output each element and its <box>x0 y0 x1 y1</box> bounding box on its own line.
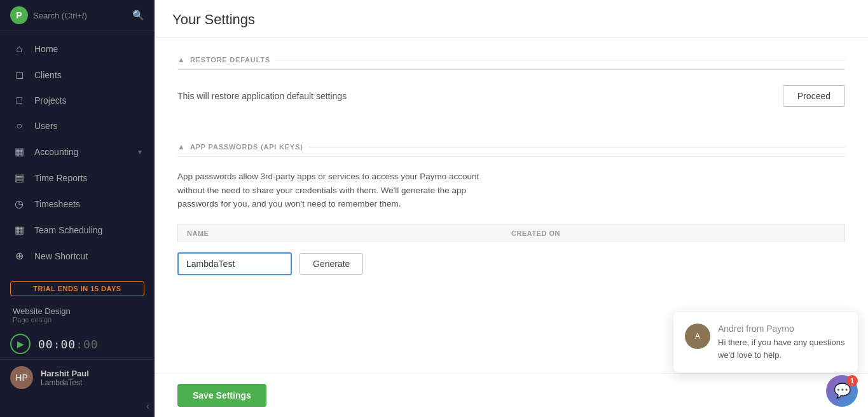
time-reports-icon: ▤ <box>13 172 25 184</box>
chevron-down-icon: ▾ <box>138 147 142 156</box>
chat-agent-avatar: A <box>685 324 710 349</box>
sidebar-item-label: Home <box>34 44 142 54</box>
timer-time: 00:00 <box>38 338 76 351</box>
api-keys-section: ▲ APP PASSWORDS (API KEYS) App passwords… <box>177 142 845 275</box>
col-header-name: NAME <box>187 229 511 237</box>
sidebar-nav: ⌂ Home ◻ Clients □ Projects ○ Users ▦ Ac… <box>0 31 155 276</box>
proceed-button[interactable]: Proceed <box>783 85 845 107</box>
chat-content: Andrei from Paymo Hi there, if you have … <box>718 324 846 361</box>
save-settings-button[interactable]: Save Settings <box>177 384 266 407</box>
collapse-api-icon[interactable]: ▲ <box>177 142 185 151</box>
page-title: Your Settings <box>172 11 850 28</box>
search-placeholder-text: Search (Ctrl+/) <box>33 11 127 20</box>
generate-button[interactable]: Generate <box>300 253 363 275</box>
user-profile[interactable]: HP Harshit Paul LambdaTest <box>0 359 155 395</box>
api-table-header: NAME CREATED ON <box>177 224 845 242</box>
sidebar-item-label: Time Reports <box>34 173 142 183</box>
app-logo: P <box>10 6 28 24</box>
timesheets-icon: ◷ <box>13 198 25 210</box>
sidebar-item-users[interactable]: ○ Users <box>0 113 155 139</box>
timer-play-button[interactable]: ▶ <box>10 334 31 354</box>
clients-icon: ◻ <box>13 69 25 81</box>
add-icon: ⊕ <box>13 250 25 262</box>
chat-message: Hi there, if you have any questions we'd… <box>718 336 846 361</box>
api-description: App passwords allow 3rd-party apps or se… <box>177 170 495 211</box>
sidebar-item-label: Clients <box>34 70 142 80</box>
section-title-api: APP PASSWORDS (API KEYS) <box>190 143 303 151</box>
sidebar-item-new-shortcut[interactable]: ⊕ New Shortcut <box>0 243 155 269</box>
project-name: Website Design <box>13 306 142 316</box>
sidebar-item-time-reports[interactable]: ▤ Time Reports <box>0 165 155 191</box>
accounting-icon: ▦ <box>13 146 25 158</box>
active-project: Website Design Page design <box>0 301 155 329</box>
section-divider <box>275 60 845 60</box>
restore-description: This will restore application default se… <box>177 91 347 101</box>
timer-display: 00:00:00 <box>38 338 99 351</box>
restore-row: This will restore application default se… <box>177 83 845 120</box>
section-header-api: ▲ APP PASSWORDS (API KEYS) <box>177 142 845 157</box>
chat-popup: A Andrei from Paymo Hi there, if you hav… <box>673 312 858 373</box>
timer-bar: ▶ 00:00:00 <box>0 329 155 359</box>
save-bar: Save Settings <box>155 373 868 417</box>
home-icon: ⌂ <box>13 43 25 55</box>
users-icon: ○ <box>13 120 25 132</box>
team-scheduling-icon: ▦ <box>13 224 25 236</box>
project-sub: Page design <box>13 316 142 324</box>
sidebar-item-projects[interactable]: □ Projects <box>0 88 155 113</box>
sidebar-item-label: Team Scheduling <box>34 225 142 235</box>
search-icon[interactable]: 🔍 <box>132 10 144 21</box>
sidebar-item-label: Projects <box>34 95 142 106</box>
chat-badge: 1 <box>846 375 858 386</box>
sidebar-item-team-scheduling[interactable]: ▦ Team Scheduling <box>0 217 155 243</box>
section-divider-api <box>308 147 845 147</box>
collapse-icon: ‹ <box>146 400 149 411</box>
sidebar-item-timesheets[interactable]: ◷ Timesheets <box>0 191 155 217</box>
section-title-restore: RESTORE DEFAULTS <box>190 56 270 64</box>
chat-agent-name: Andrei from Paymo <box>718 324 846 334</box>
sidebar-item-label: Users <box>34 121 142 131</box>
restore-defaults-section: ▲ RESTORE DEFAULTS This will restore app… <box>177 55 845 120</box>
sidebar-item-clients[interactable]: ◻ Clients <box>0 62 155 88</box>
api-input-row: Generate <box>177 252 845 275</box>
collapse-section-icon[interactable]: ▲ <box>177 55 185 64</box>
sidebar-item-home[interactable]: ⌂ Home <box>0 36 155 62</box>
sidebar-collapse-button[interactable]: ‹ <box>0 395 155 417</box>
sidebar-item-label: New Shortcut <box>34 251 142 261</box>
api-name-input[interactable] <box>177 252 292 275</box>
trial-banner[interactable]: TRIAL ENDS IN 15 DAYS <box>10 281 144 296</box>
user-org: LambdaTest <box>41 378 89 387</box>
col-header-created: CREATED ON <box>511 229 836 237</box>
projects-icon: □ <box>13 95 25 106</box>
search-bar[interactable]: P Search (Ctrl+/) 🔍 <box>0 0 155 31</box>
avatar: HP <box>10 366 33 389</box>
chat-open-button[interactable]: 💬 1 <box>826 375 858 407</box>
sidebar-item-label: Accounting <box>34 147 129 157</box>
user-info: Harshit Paul LambdaTest <box>41 369 89 387</box>
sidebar-item-accounting[interactable]: ▦ Accounting ▾ <box>0 139 155 165</box>
timer-seconds: :00 <box>76 338 99 351</box>
sidebar: P Search (Ctrl+/) 🔍 ⌂ Home ◻ Clients □ P… <box>0 0 155 417</box>
page-header: Your Settings <box>155 0 868 38</box>
sidebar-item-label: Timesheets <box>34 199 142 209</box>
section-header-restore: ▲ RESTORE DEFAULTS <box>177 55 845 70</box>
user-name: Harshit Paul <box>41 369 89 378</box>
